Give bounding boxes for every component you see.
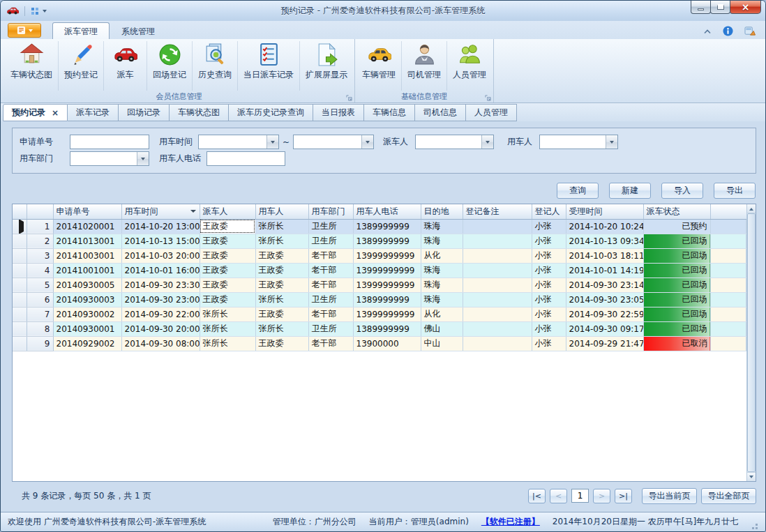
column-header-registrar[interactable]: 登记人: [532, 204, 566, 219]
chevron-down-icon[interactable]: [606, 135, 617, 149]
cell-request-no[interactable]: 20140929002: [53, 336, 121, 351]
cell-destination[interactable]: 珠海: [421, 219, 463, 234]
column-header-request-no[interactable]: 申请单号: [53, 204, 121, 219]
row-number-cell[interactable]: 8: [27, 321, 53, 336]
table-row[interactable]: 7201409300022014-09-30 22:00张所长王政委老干部139…: [13, 307, 746, 321]
cell-use-time[interactable]: 2014-10-13 15:00: [121, 234, 200, 248]
row-number-cell[interactable]: 6: [27, 292, 53, 307]
cell-user-phone[interactable]: 1389999999: [353, 234, 421, 248]
cell-registrar[interactable]: 小张: [532, 263, 566, 278]
department-select[interactable]: [70, 151, 149, 166]
cell-department[interactable]: 卫生所: [308, 234, 353, 248]
cell-register-remark[interactable]: [463, 292, 532, 307]
column-header-dispatcher[interactable]: 派车人: [200, 204, 255, 219]
cell-accept-time[interactable]: 2014-09-29 21:47: [566, 336, 643, 351]
cell-registrar[interactable]: 小张: [532, 321, 566, 336]
cell-destination[interactable]: 从化: [421, 248, 463, 263]
cell-department[interactable]: 卫生所: [308, 321, 353, 336]
column-header-use-time[interactable]: 用车时间: [121, 204, 200, 219]
column-header-destination[interactable]: 目的地: [421, 204, 463, 219]
doc-tab-return-records[interactable]: 回场记录: [119, 104, 170, 121]
row-indicator-cell[interactable]: [13, 321, 27, 336]
cell-request-no[interactable]: 20141013001: [53, 234, 121, 248]
doc-tab-dispatch-history-query[interactable]: 派车历史记录查询: [229, 104, 313, 121]
cell-user[interactable]: 王政委: [255, 263, 308, 278]
return-register-button[interactable]: 回场登记: [147, 41, 193, 91]
dispatcher-select[interactable]: [415, 135, 494, 149]
collapse-ribbon-icon[interactable]: [703, 29, 712, 34]
cell-destination[interactable]: 珠海: [421, 278, 463, 292]
cell-dispatch-status[interactable]: 已回场: [643, 263, 710, 278]
table-row[interactable]: 6201409300032014-09-30 23:00王政委张所长卫生所138…: [13, 292, 746, 307]
cell-accept-time[interactable]: 2014-10-03 18:11: [566, 248, 643, 263]
cell-dispatcher[interactable]: 张所长: [200, 336, 255, 351]
cell-user[interactable]: 张所长: [255, 321, 308, 336]
column-header-user-phone[interactable]: 用车人电话: [353, 204, 421, 219]
chevron-down-icon[interactable]: [361, 135, 373, 149]
cell-dispatcher[interactable]: 王政委: [200, 263, 255, 278]
cell-registrar[interactable]: 小张: [532, 292, 566, 307]
dialog-launcher-icon[interactable]: [346, 95, 352, 101]
cell-dispatch-status[interactable]: 已回场: [643, 234, 710, 248]
table-row[interactable]: 8201409300012014-09-30 20:00张所长张所长卫生所138…: [13, 321, 746, 336]
row-indicator-cell[interactable]: [13, 292, 27, 307]
license-registered-link[interactable]: 【软件已注册】: [481, 516, 540, 528]
cell-register-remark[interactable]: [463, 278, 532, 292]
cell-department[interactable]: 老干部: [308, 248, 353, 263]
row-number-cell[interactable]: 1: [27, 219, 53, 234]
cell-request-no[interactable]: 20141003001: [53, 248, 121, 263]
row-indicator-cell[interactable]: [13, 248, 27, 263]
cell-department[interactable]: 卫生所: [308, 292, 353, 307]
cell-user[interactable]: 王政委: [255, 278, 308, 292]
cell-department[interactable]: 老干部: [308, 307, 353, 321]
cell-dispatcher[interactable]: 王政委: [200, 234, 255, 248]
row-number-cell[interactable]: 2: [27, 234, 53, 248]
cell-user[interactable]: 王政委: [255, 248, 308, 263]
extended-screen-display-button[interactable]: 扩展屏显示: [300, 41, 353, 91]
row-indicator-cell[interactable]: [13, 263, 27, 278]
first-page-button[interactable]: |<: [528, 489, 546, 503]
cell-user[interactable]: 张所长: [255, 219, 308, 234]
cell-request-no[interactable]: 20140930003: [53, 292, 121, 307]
cell-dispatcher[interactable]: 张所长: [200, 307, 255, 321]
create-button[interactable]: 新建: [609, 183, 651, 199]
scrollbar-thumb[interactable]: [747, 213, 756, 472]
import-button[interactable]: 导入: [661, 183, 703, 199]
row-number-cell[interactable]: 7: [27, 307, 53, 321]
cell-accept-time[interactable]: 2014-09-30 09:17: [566, 321, 643, 336]
table-row[interactable]: 4201410010012014-10-01 16:00王政委王政委老干部139…: [13, 263, 746, 278]
cell-department[interactable]: 老干部: [308, 263, 353, 278]
cell-dispatcher[interactable]: 张所长: [200, 321, 255, 336]
cell-accept-time[interactable]: 2014-10-13 09:34: [566, 234, 643, 248]
cell-user-phone[interactable]: 1389999999: [353, 321, 421, 336]
search-button[interactable]: 查询: [557, 183, 599, 199]
cell-request-no[interactable]: 20140930001: [53, 321, 121, 336]
cell-user-phone[interactable]: 1389999999: [353, 219, 421, 234]
last-page-button[interactable]: >|: [615, 489, 632, 503]
cell-registrar[interactable]: 小张: [532, 248, 566, 263]
cell-registrar[interactable]: 小张: [532, 234, 566, 248]
today-dispatch-records-button[interactable]: 当日派车记录: [238, 41, 300, 91]
cell-department[interactable]: 卫生所: [308, 219, 353, 234]
cell-register-remark[interactable]: [463, 263, 532, 278]
cell-user-phone[interactable]: 13999999999: [353, 263, 421, 278]
doc-tab-vehicle-status-chart[interactable]: 车辆状态图: [170, 104, 229, 121]
cell-register-remark[interactable]: [463, 336, 532, 351]
row-number-cell[interactable]: 9: [27, 336, 53, 351]
personnel-management-button[interactable]: 人员管理: [447, 41, 492, 91]
cell-request-no[interactable]: 20141001001: [53, 263, 121, 278]
cell-use-time[interactable]: 2014-09-30 23:00: [121, 292, 200, 307]
cell-destination[interactable]: 从化: [421, 307, 463, 321]
layout-grid-icon[interactable]: [31, 7, 39, 15]
cell-user-phone[interactable]: 13900000: [353, 336, 421, 351]
cell-department[interactable]: 老干部: [308, 336, 353, 351]
cell-dispatcher[interactable]: 王政委: [200, 248, 255, 263]
doc-tab-driver-info[interactable]: 司机信息: [415, 104, 466, 121]
export-all-pages-button[interactable]: 导出全部页: [701, 488, 756, 504]
cell-user-phone[interactable]: 13999999999: [353, 248, 421, 263]
row-indicator-cell[interactable]: [13, 278, 27, 292]
row-indicator-cell[interactable]: [13, 307, 27, 321]
cell-register-remark[interactable]: [463, 321, 532, 336]
info-icon[interactable]: [723, 26, 733, 36]
cell-user-phone[interactable]: 1389999999: [353, 292, 421, 307]
